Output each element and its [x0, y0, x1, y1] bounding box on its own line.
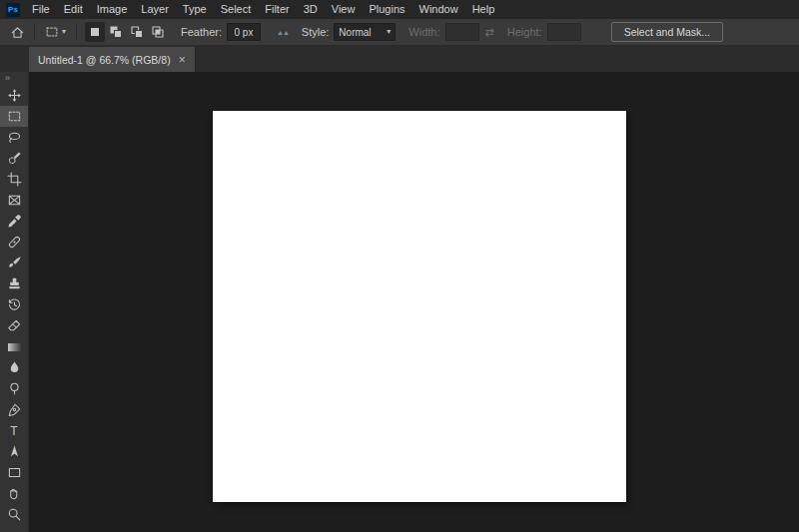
- width-label: Width:: [408, 26, 439, 38]
- tool-history-brush[interactable]: [0, 294, 28, 315]
- divider: [76, 23, 77, 41]
- tool-crop[interactable]: [0, 169, 28, 190]
- new-selection-button[interactable]: [85, 22, 105, 42]
- menu-item-view[interactable]: View: [325, 0, 363, 19]
- brush-icon: [7, 256, 22, 270]
- menu-item-file[interactable]: File: [25, 0, 57, 19]
- tool-frame[interactable]: [0, 190, 28, 211]
- chevron-down-icon: ▾: [387, 28, 391, 36]
- dodge-icon: [7, 381, 22, 396]
- menu-item-window[interactable]: Window: [412, 0, 465, 19]
- history-brush-icon: [7, 297, 22, 312]
- feather-input[interactable]: [227, 23, 261, 41]
- quick-selection-icon: [7, 151, 22, 166]
- menu-bar: Ps File Edit Image Layer Type Select Fil…: [0, 0, 799, 19]
- tool-dodge[interactable]: [0, 378, 28, 399]
- style-label: Style:: [302, 26, 330, 38]
- pen-icon: [7, 402, 22, 417]
- zoom-icon: [7, 507, 22, 522]
- tool-move[interactable]: [0, 85, 28, 106]
- document-tab[interactable]: Untitled-1 @ 66.7% (RGB/8) ×: [29, 47, 196, 72]
- height-label: Height:: [507, 26, 542, 38]
- document-canvas[interactable]: [213, 111, 626, 502]
- menu-item-3d[interactable]: 3D: [297, 0, 325, 19]
- menu-item-edit[interactable]: Edit: [57, 0, 90, 19]
- tool-type[interactable]: T: [0, 420, 28, 441]
- tool-spot-healing-brush[interactable]: [0, 232, 28, 253]
- tool-brush[interactable]: [0, 253, 28, 273]
- tool-pen[interactable]: [0, 399, 28, 420]
- add-to-selection-icon: [109, 25, 123, 39]
- hand-icon: [7, 486, 22, 501]
- menu-item-filter[interactable]: Filter: [258, 0, 296, 19]
- width-input: [445, 23, 479, 41]
- subtract-from-selection-icon: [130, 25, 144, 39]
- tool-path-selection[interactable]: [0, 441, 28, 462]
- expand-toolbar-icon[interactable]: »: [0, 72, 28, 85]
- menu-item-help[interactable]: Help: [465, 0, 502, 19]
- path-selection-icon: [7, 444, 22, 459]
- home-icon: [10, 25, 25, 40]
- tool-rectangular-marquee[interactable]: [0, 106, 28, 127]
- logo-text: Ps: [8, 6, 18, 14]
- canvas-area[interactable]: [29, 72, 799, 532]
- feather-label: Feather:: [181, 26, 222, 38]
- tool-edit-toolbar[interactable]: ⋯: [0, 525, 28, 532]
- tool-preset-picker[interactable]: ▾: [41, 23, 70, 41]
- tool-clone-stamp[interactable]: [0, 273, 28, 294]
- rectangular-marquee-icon: [7, 109, 22, 124]
- clone-stamp-icon: [7, 276, 22, 291]
- anti-alias-icon: ▲▲: [277, 29, 289, 36]
- style-select[interactable]: Normal ▾: [334, 23, 396, 41]
- intersect-selection-button[interactable]: [148, 22, 168, 42]
- tool-lasso[interactable]: [0, 127, 28, 148]
- new-selection-icon: [88, 25, 102, 39]
- intersect-selection-icon: [151, 25, 165, 39]
- home-button[interactable]: [6, 21, 28, 43]
- swap-dimensions-icon: ⇄: [485, 26, 494, 39]
- height-input: [547, 23, 581, 41]
- tool-eyedropper[interactable]: [0, 211, 28, 232]
- document-tab-title: Untitled-1 @ 66.7% (RGB/8): [38, 54, 171, 66]
- document-tab-bar: Untitled-1 @ 66.7% (RGB/8) ×: [0, 46, 799, 72]
- photoshop-window: Ps File Edit Image Layer Type Select Fil…: [0, 0, 799, 532]
- menu-item-type[interactable]: Type: [176, 0, 214, 19]
- menu-item-image[interactable]: Image: [90, 0, 135, 19]
- add-to-selection-button[interactable]: [106, 22, 126, 42]
- tools-panel: »: [0, 72, 29, 532]
- tab-close-icon[interactable]: ×: [179, 54, 186, 66]
- tool-hand[interactable]: [0, 483, 28, 504]
- rectangular-marquee-icon: [45, 25, 59, 39]
- tool-quick-selection[interactable]: [0, 148, 28, 169]
- eraser-icon: [7, 318, 22, 333]
- tool-zoom[interactable]: [0, 504, 28, 525]
- gradient-icon: [8, 343, 21, 351]
- rectangle-shape-icon: [7, 465, 22, 480]
- spot-healing-brush-icon: [7, 235, 22, 250]
- crop-icon: [7, 172, 22, 187]
- subtract-from-selection-button[interactable]: [127, 22, 147, 42]
- menu-item-select[interactable]: Select: [214, 0, 259, 19]
- tool-blur[interactable]: [0, 357, 28, 378]
- frame-icon: [7, 193, 22, 208]
- blur-icon: [7, 360, 22, 375]
- photoshop-logo-icon: Ps: [6, 3, 20, 17]
- select-and-mask-button[interactable]: Select and Mask...: [611, 22, 723, 42]
- menu-item-plugins[interactable]: Plugins: [362, 0, 411, 19]
- selection-mode-group: [85, 22, 168, 42]
- style-value: Normal: [339, 27, 371, 38]
- divider: [34, 23, 35, 41]
- options-bar: ▾ Feather: ▲▲ Style: Normal ▾ Width:: [0, 19, 799, 46]
- type-tool-icon: T: [10, 425, 17, 437]
- tool-eraser[interactable]: [0, 315, 28, 336]
- tool-gradient[interactable]: [0, 336, 28, 357]
- move-icon: [7, 88, 22, 103]
- eyedropper-icon: [7, 214, 22, 229]
- lasso-icon: [7, 130, 22, 145]
- menu-item-layer[interactable]: Layer: [134, 0, 176, 19]
- chevron-down-icon: ▾: [62, 28, 66, 36]
- tool-rectangle[interactable]: [0, 462, 28, 483]
